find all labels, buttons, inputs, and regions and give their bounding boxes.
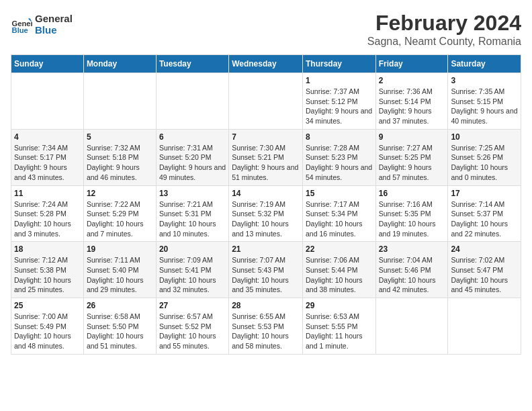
day-info: Sunrise: 6:57 AMSunset: 5:52 PMDaylight:… (159, 312, 226, 351)
day-cell: 21Sunrise: 7:07 AMSunset: 5:43 PMDayligh… (229, 242, 303, 298)
header-cell-wednesday: Wednesday (229, 55, 303, 73)
day-number: 5 (87, 132, 153, 142)
day-info: Sunrise: 6:58 AMSunset: 5:50 PMDaylight:… (87, 312, 153, 351)
day-info: Sunrise: 7:02 AMSunset: 5:47 PMDaylight:… (451, 255, 518, 295)
day-number: 23 (379, 244, 445, 254)
day-number: 4 (14, 132, 81, 142)
day-info: Sunrise: 7:04 AMSunset: 5:46 PMDaylight:… (379, 255, 445, 295)
logo-general: General (35, 13, 73, 25)
week-row-1: 1Sunrise: 7:37 AMSunset: 5:12 PMDaylight… (11, 73, 521, 130)
day-cell (229, 73, 303, 130)
week-row-3: 11Sunrise: 7:24 AMSunset: 5:28 PMDayligh… (11, 185, 521, 242)
day-cell: 14Sunrise: 7:19 AMSunset: 5:32 PMDayligh… (229, 185, 303, 242)
day-cell: 7Sunrise: 7:30 AMSunset: 5:21 PMDaylight… (229, 129, 303, 185)
logo-icon: General Blue (11, 14, 32, 36)
week-row-2: 4Sunrise: 7:34 AMSunset: 5:17 PMDaylight… (11, 129, 521, 185)
calendar-body: 1Sunrise: 7:37 AMSunset: 5:12 PMDaylight… (11, 73, 521, 355)
day-cell (448, 298, 521, 355)
page-title: February 2024 (367, 11, 521, 36)
day-cell: 15Sunrise: 7:17 AMSunset: 5:34 PMDayligh… (302, 185, 375, 242)
day-info: Sunrise: 7:27 AMSunset: 5:25 PMDaylight:… (379, 143, 445, 183)
day-info: Sunrise: 7:16 AMSunset: 5:35 PMDaylight:… (379, 199, 445, 239)
day-info: Sunrise: 6:55 AMSunset: 5:53 PMDaylight:… (232, 312, 300, 351)
day-number: 27 (159, 301, 226, 310)
day-number: 11 (14, 189, 81, 198)
day-info: Sunrise: 7:37 AMSunset: 5:12 PMDaylight:… (306, 87, 373, 126)
day-number: 26 (87, 301, 153, 310)
day-number: 7 (232, 132, 300, 142)
header-cell-friday: Friday (375, 55, 448, 73)
svg-text:Blue: Blue (12, 26, 28, 34)
day-number: 22 (306, 244, 373, 254)
day-cell: 11Sunrise: 7:24 AMSunset: 5:28 PMDayligh… (11, 185, 84, 242)
day-cell: 2Sunrise: 7:36 AMSunset: 5:14 PMDaylight… (375, 73, 448, 130)
day-info: Sunrise: 7:35 AMSunset: 5:15 PMDaylight:… (451, 87, 518, 126)
day-number: 19 (87, 244, 153, 254)
day-info: Sunrise: 7:24 AMSunset: 5:28 PMDaylight:… (14, 199, 81, 239)
week-row-5: 25Sunrise: 7:00 AMSunset: 5:49 PMDayligh… (11, 298, 521, 355)
day-number: 25 (14, 301, 81, 310)
day-number: 6 (159, 132, 226, 142)
day-number: 13 (159, 189, 226, 198)
day-number: 16 (379, 189, 445, 198)
day-info: Sunrise: 7:21 AMSunset: 5:31 PMDaylight:… (159, 199, 226, 239)
day-info: Sunrise: 7:07 AMSunset: 5:43 PMDaylight:… (232, 255, 300, 295)
logo: General Blue General Blue (11, 13, 73, 36)
day-info: Sunrise: 7:30 AMSunset: 5:21 PMDaylight:… (232, 143, 300, 183)
day-number: 21 (232, 244, 300, 254)
day-cell: 24Sunrise: 7:02 AMSunset: 5:47 PMDayligh… (448, 242, 521, 298)
day-cell (375, 298, 448, 355)
day-info: Sunrise: 7:00 AMSunset: 5:49 PMDaylight:… (14, 312, 81, 351)
day-cell (83, 73, 156, 130)
page-subtitle: Sagna, Neamt County, Romania (367, 36, 521, 48)
day-cell (156, 73, 228, 130)
day-cell: 5Sunrise: 7:32 AMSunset: 5:18 PMDaylight… (83, 129, 156, 185)
day-info: Sunrise: 7:36 AMSunset: 5:14 PMDaylight:… (379, 87, 445, 126)
calendar-header: SundayMondayTuesdayWednesdayThursdayFrid… (11, 55, 521, 73)
day-info: Sunrise: 7:19 AMSunset: 5:32 PMDaylight:… (232, 199, 300, 239)
day-cell: 26Sunrise: 6:58 AMSunset: 5:50 PMDayligh… (83, 298, 156, 355)
day-cell: 19Sunrise: 7:11 AMSunset: 5:40 PMDayligh… (83, 242, 156, 298)
day-number: 24 (451, 244, 518, 254)
header-row: SundayMondayTuesdayWednesdayThursdayFrid… (11, 55, 521, 73)
day-number: 3 (451, 76, 518, 85)
day-number: 29 (306, 301, 373, 310)
header-cell-saturday: Saturday (448, 55, 521, 73)
day-cell: 28Sunrise: 6:55 AMSunset: 5:53 PMDayligh… (229, 298, 303, 355)
day-number: 2 (379, 76, 445, 85)
day-cell: 9Sunrise: 7:27 AMSunset: 5:25 PMDaylight… (375, 129, 448, 185)
title-block: February 2024 Sagna, Neamt County, Roman… (367, 11, 521, 48)
day-number: 10 (451, 132, 518, 142)
day-cell: 18Sunrise: 7:12 AMSunset: 5:38 PMDayligh… (11, 242, 84, 298)
day-cell: 27Sunrise: 6:57 AMSunset: 5:52 PMDayligh… (156, 298, 228, 355)
day-number: 18 (14, 244, 81, 254)
day-cell: 17Sunrise: 7:14 AMSunset: 5:37 PMDayligh… (448, 185, 521, 242)
day-cell: 1Sunrise: 7:37 AMSunset: 5:12 PMDaylight… (302, 73, 375, 130)
day-info: Sunrise: 7:17 AMSunset: 5:34 PMDaylight:… (306, 199, 373, 239)
day-number: 14 (232, 189, 300, 198)
day-cell: 13Sunrise: 7:21 AMSunset: 5:31 PMDayligh… (156, 185, 228, 242)
day-cell: 6Sunrise: 7:31 AMSunset: 5:20 PMDaylight… (156, 129, 228, 185)
day-cell: 23Sunrise: 7:04 AMSunset: 5:46 PMDayligh… (375, 242, 448, 298)
day-info: Sunrise: 7:14 AMSunset: 5:37 PMDaylight:… (451, 199, 518, 239)
day-cell: 22Sunrise: 7:06 AMSunset: 5:44 PMDayligh… (302, 242, 375, 298)
day-cell: 3Sunrise: 7:35 AMSunset: 5:15 PMDaylight… (448, 73, 521, 130)
day-cell: 4Sunrise: 7:34 AMSunset: 5:17 PMDaylight… (11, 129, 84, 185)
day-cell: 8Sunrise: 7:28 AMSunset: 5:23 PMDaylight… (302, 129, 375, 185)
day-number: 28 (232, 301, 300, 310)
day-info: Sunrise: 6:53 AMSunset: 5:55 PMDaylight:… (306, 312, 373, 351)
page-header: General Blue General Blue February 2024 … (11, 11, 521, 48)
day-info: Sunrise: 7:28 AMSunset: 5:23 PMDaylight:… (306, 143, 373, 183)
day-cell: 12Sunrise: 7:22 AMSunset: 5:29 PMDayligh… (83, 185, 156, 242)
logo-blue: Blue (35, 25, 73, 36)
header-cell-monday: Monday (83, 55, 156, 73)
day-info: Sunrise: 7:34 AMSunset: 5:17 PMDaylight:… (14, 143, 81, 183)
day-info: Sunrise: 7:12 AMSunset: 5:38 PMDaylight:… (14, 255, 81, 295)
day-info: Sunrise: 7:31 AMSunset: 5:20 PMDaylight:… (159, 143, 226, 183)
day-info: Sunrise: 7:25 AMSunset: 5:26 PMDaylight:… (451, 143, 518, 183)
day-number: 12 (87, 189, 153, 198)
header-cell-thursday: Thursday (302, 55, 375, 73)
day-info: Sunrise: 7:06 AMSunset: 5:44 PMDaylight:… (306, 255, 373, 295)
header-cell-tuesday: Tuesday (156, 55, 228, 73)
header-cell-sunday: Sunday (11, 55, 84, 73)
